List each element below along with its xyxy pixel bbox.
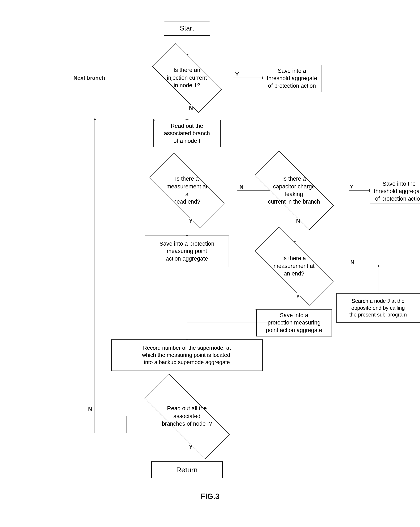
save-protect-1-box: Save into a protectionmeasuring pointact… [145,236,229,267]
arrow-loop-down [126,416,126,433]
arrow-cap-n [294,215,294,242]
arrow-loop-right [94,120,153,120]
figure-caption: FIG.3 [200,492,219,501]
return-box: Return [151,461,223,478]
measurement-end-text: Is there ameasurement atan end? [273,254,315,277]
arrow-start-to-inj [187,36,187,55]
measurement-end-diamond: Is there ameasurement atan end? [240,242,349,290]
arrow-record-down [187,371,187,392]
arrow-sp1-down [187,267,187,292]
arrow-inj-y [233,77,263,78]
arrow-read-to-meas [187,147,187,166]
read-branches-text: Read out all the associatedbranches of n… [158,405,216,428]
search-node-box: Search a node J at theopposite end by ca… [336,293,420,323]
arrow-sp2-down [294,337,294,353]
n5-label: N [88,406,92,412]
y2-label: Y [350,183,353,190]
y1-label: Y [235,71,239,77]
arrow-loop-up [94,120,95,433]
arrow-to-record [187,323,187,340]
read-branches-diamond: Read out all the associatedbranches of n… [126,392,248,440]
capacitor-text: Is there acapacitor charge leakingcurren… [267,175,321,206]
save-threshold-1-box: Save into athreshold aggregateof protect… [263,65,321,92]
n4-label: N [350,259,355,266]
arrow-n-to-search [378,266,378,293]
arrow-join-left [187,292,187,324]
arrow-horiz-record [187,323,294,323]
arrow-meas-head-y [187,215,187,236]
record-supernode-box: Record number of the supernode, atwhich … [111,340,263,371]
arrow-inj-n [187,101,187,120]
flowchart-diagram: Start Is there aninjection currentin nod… [63,13,357,486]
save-threshold-2-box: Save into thethreshold aggregateof prote… [370,179,420,204]
arrow-meas-end-y [294,290,294,309]
arrow-cap-y [349,190,370,190]
n3-label: N [296,218,300,224]
next-branch-label: Next branch [74,75,105,81]
y4-label: Y [296,293,300,300]
injection-diamond: Is there aninjection currentin node 1? [141,55,233,101]
read-branch-box: Read out theassociated branchof a node I [153,120,220,147]
y3-label: Y [189,218,193,224]
n1-label: N [189,105,193,111]
measurement-head-text: Is there ameasurement at ahead end? [166,175,208,206]
injection-q-text: Is there aninjection currentin node 1? [167,66,207,89]
arrow-loop-left [94,433,126,433]
start-box: Start [164,21,210,36]
y5-label: Y [189,444,193,450]
measurement-head-diamond: Is there ameasurement at ahead end? [136,166,237,215]
capacitor-diamond: Is there acapacitor charge leakingcurren… [240,166,349,215]
page: Start Is there aninjection currentin nod… [0,0,420,527]
arrow-meas-end-n [349,266,378,266]
arrow-read-y [187,440,187,461]
